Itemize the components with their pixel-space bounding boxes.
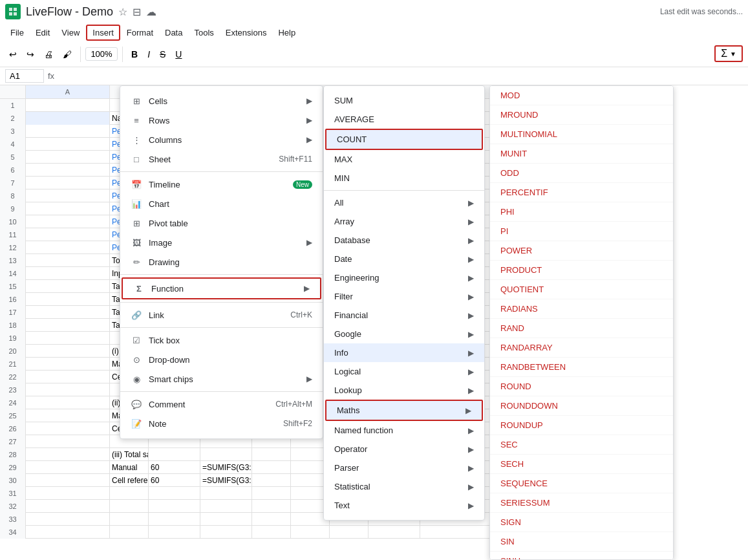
math-func-mod[interactable]: MOD (490, 86, 673, 105)
cell[interactable] (149, 526, 200, 539)
cell[interactable] (252, 487, 291, 500)
func-cat-logical[interactable]: Logical▶ (324, 362, 484, 381)
folder-icon[interactable]: ⊟ (133, 6, 141, 18)
cloud-icon[interactable]: ☁ (146, 6, 156, 18)
cell[interactable] (252, 513, 291, 526)
func-cat-database[interactable]: Database▶ (324, 231, 484, 250)
cell[interactable] (149, 513, 200, 526)
func-cat-text[interactable]: Text▶ (324, 496, 484, 515)
cell[interactable] (149, 500, 200, 513)
cell[interactable] (200, 487, 252, 500)
cell[interactable] (291, 526, 330, 539)
func-cat-google[interactable]: Google▶ (324, 325, 484, 343)
cell[interactable] (26, 177, 110, 189)
insert-columns[interactable]: ⋮ Columns ▶ (120, 130, 323, 149)
cell[interactable] (252, 448, 291, 461)
cell[interactable] (26, 474, 110, 487)
menu-item-format[interactable]: Format (122, 26, 158, 39)
menu-item-edit[interactable]: Edit (30, 26, 55, 39)
math-func-sequence[interactable]: SEQUENCE (490, 474, 673, 493)
cell[interactable]: =SUMIFS(G3:G12 (200, 474, 252, 487)
cell[interactable] (252, 474, 291, 487)
cell[interactable] (26, 319, 110, 332)
cell[interactable] (26, 371, 110, 383)
paint-button[interactable]: 🖌 (59, 47, 76, 62)
cell[interactable] (26, 500, 110, 513)
cell[interactable]: =SUMIFS(G3:G1 (200, 461, 252, 474)
math-func-percentif[interactable]: PERCENTIF (490, 183, 673, 202)
math-func-phi[interactable]: PHI (490, 202, 673, 222)
cell[interactable] (26, 293, 110, 306)
cell[interactable]: 60 (149, 474, 200, 487)
cell[interactable] (26, 138, 110, 151)
math-func-sinh[interactable]: SINH (490, 552, 673, 560)
func-cat-operator[interactable]: Operator▶ (324, 440, 484, 458)
cell[interactable] (26, 396, 110, 409)
star-icon[interactable]: ☆ (118, 6, 127, 18)
cell[interactable] (26, 202, 110, 215)
math-func-rounddown[interactable]: ROUNDDOWN (490, 396, 673, 416)
func-cat-all[interactable]: All▶ (324, 193, 484, 212)
func-count[interactable]: COUNT (325, 129, 483, 150)
insert-link[interactable]: 🔗 Link Ctrl+K (120, 305, 323, 325)
cell[interactable] (26, 99, 110, 112)
func-max[interactable]: MAX (324, 150, 484, 169)
insert-comment[interactable]: 💬 Comment Ctrl+Alt+M (120, 394, 323, 414)
cell[interactable] (26, 448, 110, 461)
menu-item-insert[interactable]: Insert (86, 25, 120, 41)
math-func-sec[interactable]: SEC (490, 435, 673, 455)
cell[interactable] (26, 241, 110, 254)
cell[interactable] (252, 526, 291, 539)
cell[interactable] (26, 461, 110, 474)
insert-drawing[interactable]: ✏ Drawing (120, 252, 323, 272)
bold-button[interactable]: B (127, 47, 142, 62)
func-cat-array[interactable]: Array▶ (324, 212, 484, 231)
func-sum[interactable]: SUM (324, 91, 484, 110)
cell[interactable] (252, 461, 291, 474)
func-min[interactable]: MIN (324, 169, 484, 188)
math-func-multinomial[interactable]: MULTINOMIAL (490, 125, 673, 144)
math-func-sin[interactable]: SIN (490, 532, 673, 552)
cell[interactable] (26, 280, 110, 293)
cell[interactable] (26, 435, 110, 448)
insert-tickbox[interactable]: ☑ Tick box (120, 330, 323, 350)
cell[interactable] (26, 345, 110, 358)
cell[interactable] (26, 189, 110, 202)
func-cat-named[interactable]: Named function▶ (324, 421, 484, 440)
cell[interactable] (26, 215, 110, 228)
cell[interactable] (26, 306, 110, 319)
insert-pivot[interactable]: ⊞ Pivot table (120, 213, 323, 233)
func-cat-lookup[interactable]: Lookup▶ (324, 381, 484, 400)
cell[interactable] (26, 332, 110, 345)
math-func-seriessum[interactable]: SERIESSUM (490, 493, 673, 513)
cell[interactable] (26, 254, 110, 267)
math-func-quotient[interactable]: QUOTIENT (490, 280, 673, 299)
cell[interactable] (200, 448, 252, 461)
cell[interactable] (26, 125, 110, 138)
cell[interactable]: (iii) Total sales from Group W, Division… (110, 448, 149, 461)
math-func-roundup[interactable]: ROUNDUP (490, 416, 673, 435)
cell[interactable] (26, 487, 110, 500)
sigma-button[interactable]: Σ ▼ (714, 45, 743, 62)
cell[interactable] (200, 513, 252, 526)
math-func-pi[interactable]: PI (490, 222, 673, 241)
underline-button[interactable]: U (171, 47, 186, 62)
cell[interactable] (26, 358, 110, 371)
func-cat-maths[interactable]: Maths▶ (325, 400, 483, 421)
func-cat-financial[interactable]: Financial▶ (324, 306, 484, 325)
math-func-munit[interactable]: MUNIT (490, 144, 673, 164)
math-func-mround[interactable]: MROUND (490, 105, 673, 125)
menu-item-data[interactable]: Data (160, 26, 187, 39)
func-cat-engineering[interactable]: Engineering▶ (324, 268, 484, 287)
menu-item-view[interactable]: View (56, 26, 85, 39)
cell[interactable] (110, 500, 149, 513)
menu-item-help[interactable]: Help (273, 26, 301, 39)
insert-image[interactable]: 🖼 Image ▶ (120, 233, 323, 252)
insert-sheet[interactable]: □ Sheet Shift+F11 (120, 149, 323, 169)
cell[interactable] (200, 526, 252, 539)
menu-item-file[interactable]: File (5, 26, 29, 39)
strikethrough-button[interactable]: S (156, 47, 169, 62)
insert-cells[interactable]: ⊞ Cells ▶ (120, 91, 323, 111)
func-cat-statistical[interactable]: Statistical▶ (324, 477, 484, 496)
cell[interactable] (26, 409, 110, 422)
